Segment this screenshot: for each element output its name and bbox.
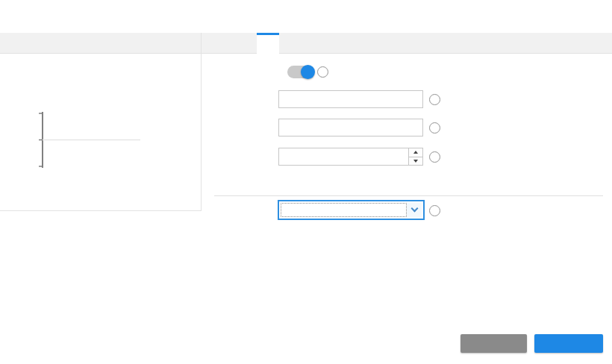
- caption-input[interactable]: [278, 90, 423, 108]
- tab-x-axis[interactable]: [236, 33, 257, 54]
- help-icon-show-y-axis[interactable]: [317, 66, 328, 78]
- stepper-buttons: [408, 148, 422, 165]
- settings-tabbar: [202, 33, 612, 54]
- close-icon[interactable]: [588, 7, 602, 20]
- advanced-settings-dialog: [0, 0, 612, 364]
- show-y-axis-toggle[interactable]: [287, 66, 314, 78]
- units-input[interactable]: [278, 119, 423, 136]
- help-icon-caption[interactable]: [429, 94, 440, 105]
- checkbox-checked-icon: [77, 84, 85, 92]
- help-icon-units[interactable]: [429, 122, 440, 134]
- chart-legend: [75, 67, 95, 110]
- save-button[interactable]: [534, 334, 603, 353]
- arrow-up-icon: [413, 151, 418, 154]
- chart-preview-panel: [0, 54, 202, 211]
- preview-header: [0, 33, 202, 54]
- stepper-down-button[interactable]: [409, 157, 422, 166]
- y-axis-title-vertical: [5, 46, 16, 222]
- chevron-down-icon: [410, 205, 418, 213]
- checkbox-checked-icon: [77, 98, 85, 106]
- cancel-button[interactable]: [460, 334, 527, 353]
- arrow-down-icon: [413, 160, 418, 163]
- display-format-select[interactable]: [278, 200, 425, 220]
- help-icon-caption-distance[interactable]: [429, 151, 440, 163]
- tab-chart[interactable]: [215, 33, 236, 54]
- help-icon-display-format[interactable]: [429, 205, 440, 216]
- legend-item-europe[interactable]: [75, 67, 95, 79]
- caption-distance-stepper[interactable]: [278, 148, 423, 166]
- preview-chart-canvas: [0, 54, 202, 211]
- dialog-titlebar: [0, 0, 612, 33]
- stepper-up-button[interactable]: [409, 148, 422, 157]
- section-divider: [214, 195, 603, 196]
- legend-item-asia[interactable]: [75, 81, 95, 93]
- select-dropdown-button[interactable]: [407, 203, 422, 217]
- tab-y-axis[interactable]: [257, 33, 279, 54]
- checkbox-checked-icon: [77, 69, 85, 78]
- display-format-value: [281, 203, 407, 217]
- toggle-knob: [301, 65, 315, 79]
- legend-item-america[interactable]: [75, 95, 95, 107]
